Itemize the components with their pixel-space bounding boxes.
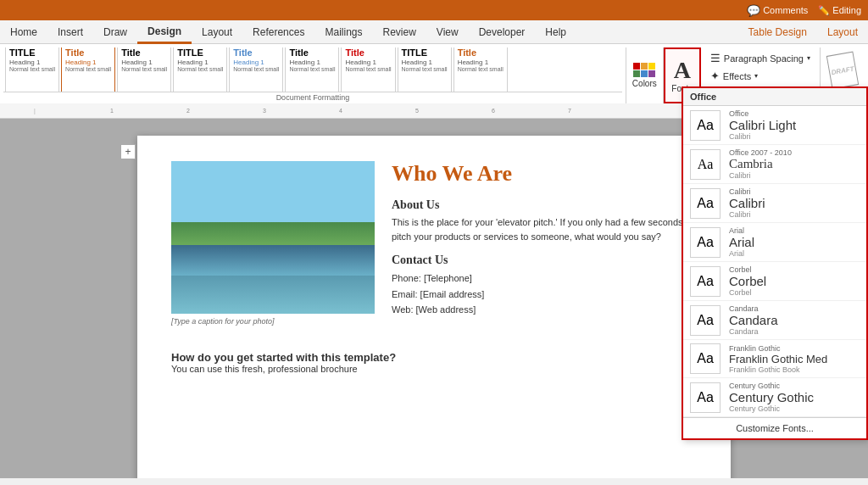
style-item-0[interactable]: TITLE Heading 1 Normal text small <box>5 47 59 92</box>
bottom-section: How do you get started with this templat… <box>171 351 697 374</box>
font-preview-candara: Aa <box>690 305 721 336</box>
add-content-button[interactable]: + <box>120 144 136 159</box>
font-preview-office: Aa <box>690 119 721 141</box>
tab-insert[interactable]: Insert <box>47 20 93 43</box>
style-item-4[interactable]: Title Heading 1 Normal text small <box>229 47 283 92</box>
font-item-arial[interactable]: Aa Arial Arial Arial <box>683 223 866 262</box>
watermark-icon: DRAFT <box>826 51 859 89</box>
font-preview-franklingothic: Aa <box>690 343 721 374</box>
fonts-scroll-area[interactable]: Aa Office Calibri Light Calibri Aa Offic… <box>683 119 866 417</box>
font-item-franklingothic[interactable]: Aa Franklin Gothic Franklin Gothic Med F… <box>683 340 866 378</box>
tab-references[interactable]: References <box>242 20 314 43</box>
paragraph-spacing-icon: ☰ <box>710 52 721 64</box>
tab-table-design[interactable]: Table Design <box>738 20 817 43</box>
font-preview-calibri: Aa <box>690 188 721 219</box>
style-item-5[interactable]: Title Heading 1 Normal text small <box>285 47 339 92</box>
colors-icon <box>633 63 655 77</box>
font-item-calibri[interactable]: Aa Calibri Calibri Calibri <box>683 184 866 223</box>
style-item-7[interactable]: TITLE Heading 1 Normal text small <box>398 47 452 92</box>
font-preview-arial: Aa <box>690 227 721 258</box>
style-gallery: TITLE Heading 1 Normal text small Title … <box>3 47 622 92</box>
font-info-arial: Arial Arial Arial <box>729 226 754 258</box>
bottom-heading: How do you get started with this templat… <box>171 351 697 364</box>
font-info-office: Office Calibri Light Calibri <box>729 119 796 141</box>
font-info-calibri: Calibri Calibri Calibri <box>729 187 765 219</box>
ribbon-tabs: Home Insert Draw Design Layout Reference… <box>0 20 868 44</box>
paragraph-spacing-button[interactable]: ☰ Paragraph Spacing ▾ <box>708 51 813 65</box>
style-item-6[interactable]: Title Heading 1 Normal text small <box>341 47 395 92</box>
style-item-1[interactable]: Title Heading 1 Normal text small <box>61 47 115 92</box>
font-info-centurygothic: Century Gothic Century Gothic Century Go… <box>729 382 814 413</box>
document-page: + [Type a caption for your photo] Who We… <box>137 136 731 478</box>
effects-icon: ✦ <box>710 70 720 82</box>
title-bar: 💬 Comments ✏️ Editing <box>0 0 868 20</box>
font-item-office[interactable]: Aa Office Calibri Light Calibri <box>683 119 866 145</box>
font-preview-centurygothic: Aa <box>690 382 721 413</box>
font-item-candara[interactable]: Aa Candara Candara Candara <box>683 301 866 340</box>
document-formatting-group: TITLE Heading 1 Normal text small Title … <box>3 47 622 103</box>
editing-button[interactable]: ✏️ Editing <box>818 4 861 17</box>
chevron-down-icon: ▾ <box>807 54 810 62</box>
fonts-dropdown-panel: Office Aa Office Calibri Light Calibri A… <box>682 119 868 440</box>
pencil-icon: ✏️ <box>818 5 830 16</box>
style-item-3[interactable]: TITLE Heading 1 Normal text small <box>173 47 227 92</box>
style-item-2[interactable]: Title Heading 1 Normal text small <box>117 47 171 92</box>
doc-formatting-label: Document Formatting <box>3 92 622 103</box>
font-info-office2007: Office 2007 - 2010 Cambria Calibri <box>729 148 792 180</box>
font-item-corbel[interactable]: Aa Corbel Corbel Corbel <box>683 262 866 301</box>
tab-review[interactable]: Review <box>372 20 426 43</box>
tab-help[interactable]: Help <box>535 20 576 43</box>
photo-caption: [Type a caption for your photo] <box>171 317 375 326</box>
tab-layout[interactable]: Layout <box>192 20 242 43</box>
colors-button[interactable]: Colors <box>626 47 664 103</box>
comments-icon: 💬 <box>747 4 760 17</box>
tab-developer[interactable]: Developer <box>469 20 536 43</box>
tab-mailings[interactable]: Mailings <box>314 20 372 43</box>
main-area: + [Type a caption for your photo] Who We… <box>0 119 868 478</box>
tab-design[interactable]: Design <box>137 21 192 44</box>
font-info-corbel: Corbel Corbel Corbel <box>729 265 766 297</box>
chevron-down-icon-2: ▾ <box>754 72 758 80</box>
customize-fonts-button[interactable]: Customize Fonts... <box>683 417 866 438</box>
font-info-candara: Candara Candara Candara <box>729 304 778 336</box>
effects-button[interactable]: ✦ Effects ▾ <box>708 69 813 83</box>
comments-button[interactable]: 💬 Comments <box>747 4 808 17</box>
tab-layout-right[interactable]: Layout <box>817 20 868 43</box>
tab-home[interactable]: Home <box>0 20 47 43</box>
bottom-body: You can use this fresh, professional bro… <box>171 364 697 374</box>
font-info-franklingothic: Franklin Gothic Franklin Gothic Med Fran… <box>729 344 827 374</box>
font-item-centurygothic[interactable]: Aa Century Gothic Century Gothic Century… <box>683 378 866 417</box>
style-item-8[interactable]: Title Heading 1 Normal text small <box>453 47 508 92</box>
fonts-icon: A <box>674 59 691 82</box>
font-preview-corbel: Aa <box>690 266 721 297</box>
photo-placeholder <box>171 161 375 314</box>
photo-container: [Type a caption for your photo] <box>171 161 375 326</box>
tab-view[interactable]: View <box>426 20 469 43</box>
font-preview-office2007: Aa <box>690 149 721 180</box>
font-item-office2007[interactable]: Aa Office 2007 - 2010 Cambria Calibri <box>683 145 866 184</box>
tab-draw[interactable]: Draw <box>93 20 137 43</box>
